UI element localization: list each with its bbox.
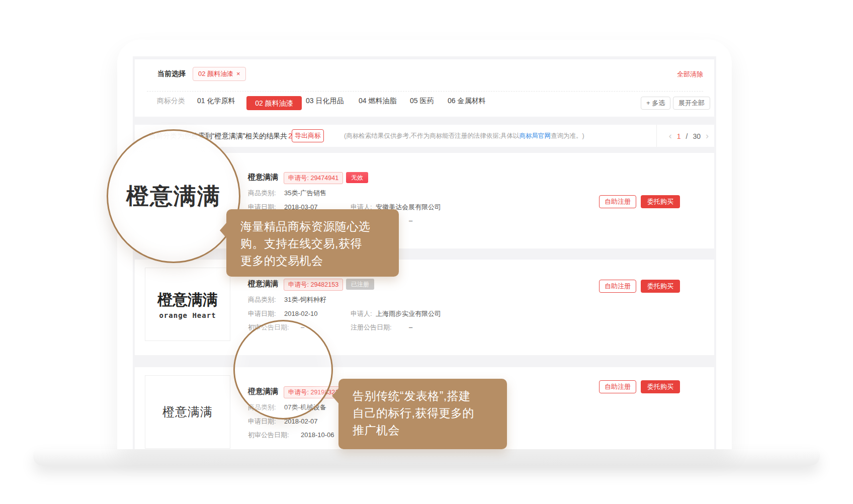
table-row: 橙意满满orange Heart 橙意满满 申请号: 29482153 已注册 … [135, 260, 714, 355]
trademark-office-link[interactable]: 商标局官网 [520, 132, 551, 139]
trademark-title: 橙意满满 [248, 171, 278, 183]
tooltip-marketplace: 海量精品商标资源随心选 购。支持在线交易,获得 更多的交易机会 [226, 209, 399, 277]
self-register-button[interactable]: 自助注册 [599, 280, 636, 293]
application-number-badge: 申请号: 29474941 [284, 172, 343, 184]
remove-filter-icon[interactable]: × [236, 70, 240, 77]
trademark-image: 橙意满满orange Heart [145, 268, 230, 341]
header-divider [656, 125, 657, 147]
category-field-value: 31类-饲料种籽 [284, 295, 326, 304]
tooltip-arrow-icon [220, 222, 227, 238]
total-pages: 30 [693, 132, 701, 140]
export-trademark-button[interactable]: 导出商标 [292, 129, 324, 142]
magnifier-circle: 橙意满满 [107, 129, 240, 263]
entrust-buy-button[interactable]: 委托购买 [641, 195, 680, 208]
selected-filter-chip[interactable]: 02 颜料油漆× [193, 67, 246, 81]
trademark-title: 橙意满满 [248, 278, 278, 290]
category-item-02-selected[interactable]: 02 颜料油漆 [246, 96, 302, 110]
category-item-01[interactable]: 01 化学原料 [197, 94, 235, 108]
initial-announce-label: 初审公告日期: [248, 431, 289, 440]
initial-announce-value: 2018-10-06 [301, 431, 334, 440]
reg-announce-value: – [409, 216, 412, 225]
category-label: 商标分类 [157, 94, 185, 108]
expand-all-button[interactable]: 展开全部 [673, 97, 710, 110]
dashed-divider [147, 91, 703, 92]
reg-announce-label: 注册公告日期: [351, 323, 392, 332]
page-separator: / [686, 132, 688, 140]
application-number-badge: 申请号: 29482153 [284, 279, 343, 291]
prev-page-icon[interactable]: ‹ [669, 131, 672, 141]
pagination: ‹1/30› [666, 131, 711, 141]
filter-panel: 当前选择 02 颜料油漆× 全部清除 商标分类 01 化学原料 02 颜料油漆 … [135, 59, 714, 117]
apply-date-value: 2018-02-10 [284, 309, 318, 318]
category-item-04[interactable]: 04 燃料油脂 [359, 94, 396, 108]
entrust-buy-button[interactable]: 委托购买 [641, 280, 680, 293]
apply-date-label: 申请日期: [248, 309, 276, 318]
clear-all-button[interactable]: 全部清除 [677, 70, 703, 79]
applicant-value: 上海雨步实业有限公司 [376, 309, 441, 318]
apply-date-label: 申请日期: [248, 417, 276, 426]
tooltip-arrow-icon [332, 388, 339, 404]
category-field-value: 35类-广告销售 [284, 189, 326, 198]
category-item-03[interactable]: 03 日化用品 [306, 94, 344, 108]
trademark-image-subtext: orange Heart [159, 311, 216, 319]
disclaimer-text: (商标检索结果仅供参考,不作为商标能否注册的法律依据;具体以商标局官网查询为准。… [344, 132, 584, 140]
tooltip-promotion: 告别传统“发表格”,搭建 自己的标行,获得更多的 推广机会 [338, 379, 507, 449]
status-badge: 已注册 [346, 279, 374, 290]
current-page: 1 [677, 132, 681, 140]
row-gap [135, 355, 714, 367]
current-selection-label: 当前选择 [157, 69, 186, 78]
laptop-base [33, 449, 820, 466]
results-header: 当前分类为您检索到“橙意满满”相关的结果共28个 导出商标 (商标检索结果仅供参… [135, 125, 714, 147]
row-gap [135, 248, 714, 260]
reg-announce-value: – [409, 323, 412, 332]
selected-filter-chip-label: 02 颜料油漆 [198, 70, 233, 77]
applicant-label: 申请人: [351, 309, 372, 318]
page: 当前选择 02 颜料油漆× 全部清除 商标分类 01 化学原料 02 颜料油漆 … [0, 0, 853, 504]
self-register-button[interactable]: 自助注册 [599, 380, 636, 393]
next-page-icon[interactable]: › [706, 131, 709, 141]
status-badge: 无效 [346, 172, 368, 183]
trademark-image: 橙意满满 [145, 375, 230, 449]
category-field-label: 商品类别: [248, 295, 276, 304]
self-register-button[interactable]: 自助注册 [599, 195, 636, 208]
category-field-label: 商品类别: [248, 189, 276, 198]
entrust-buy-button[interactable]: 委托购买 [641, 380, 680, 393]
category-item-06[interactable]: 06 金属材料 [448, 94, 485, 108]
magnifier-ring [233, 320, 333, 419]
multi-select-button[interactable]: + 多选 [641, 97, 670, 110]
magnified-trademark-text: 橙意满满 [126, 181, 221, 211]
category-item-05[interactable]: 05 医药 [410, 94, 434, 108]
